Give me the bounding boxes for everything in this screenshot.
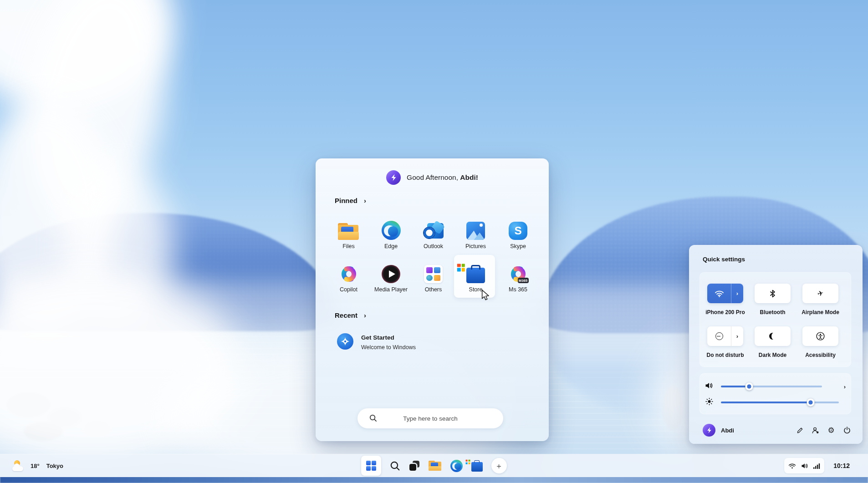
plus-icon: ＋ (495, 461, 503, 471)
start-menu: Good Afternoon, Abdi! Pinned Files Edge … (316, 158, 549, 441)
pinned-app-media-player[interactable]: Media Player (370, 262, 412, 305)
power-icon (843, 427, 851, 434)
app-label: Others (425, 286, 442, 293)
pinned-app-skype[interactable]: S Skype (497, 219, 539, 262)
get-started-icon (337, 333, 353, 350)
wallpaper-rock (48, 407, 82, 427)
windows-logo-icon (366, 461, 376, 471)
task-view-button[interactable] (409, 460, 420, 471)
tray-status-area[interactable] (784, 458, 824, 473)
accessibility-icon (816, 332, 825, 341)
wallpaper-rock (7, 392, 50, 417)
do-not-disturb-tile[interactable] (707, 326, 743, 346)
settings-button[interactable]: ⚙ (826, 425, 837, 436)
wallpaper-cloud (0, 0, 173, 109)
gear-icon: ⚙ (827, 427, 834, 434)
chevron-right-icon (364, 197, 366, 204)
wifi-icon (788, 463, 796, 469)
app-label: Media Player (374, 286, 408, 293)
wallpaper-cloud (6, 0, 185, 238)
app-label: Outlook (424, 243, 443, 249)
user-avatar[interactable] (386, 170, 401, 185)
recent-header[interactable]: Recent (335, 311, 366, 319)
volume-slider[interactable] (721, 386, 822, 387)
quick-settings-sliders (700, 373, 851, 414)
pictures-icon (466, 222, 485, 240)
do-not-disturb-expand[interactable] (731, 326, 743, 346)
folder-icon (338, 223, 359, 240)
app-label: Pictures (465, 243, 486, 249)
wifi-icon (715, 290, 724, 297)
file-explorer-button[interactable] (429, 461, 441, 471)
volume-icon (704, 382, 714, 391)
search-icon (369, 414, 377, 422)
wallpaper-cloud (0, 100, 118, 337)
wifi-expand[interactable] (731, 284, 743, 303)
edge-button[interactable] (450, 460, 463, 472)
chevron-right-icon (736, 290, 738, 297)
quick-settings-panel: Quick settings iPhone 200 Pro Bluetooth … (689, 245, 863, 444)
app-label: Files (342, 243, 354, 249)
pinned-app-pictures[interactable]: Pictures (454, 219, 497, 262)
pinned-app-copilot[interactable]: Copilot (327, 262, 370, 305)
taskbar-search-button[interactable] (390, 461, 400, 471)
recent-item-subtitle: Welcome to Windows (361, 344, 416, 351)
dark-mode-tile[interactable] (755, 326, 791, 346)
cellular-signal-icon (813, 463, 820, 469)
add-widget-button[interactable]: ＋ (491, 458, 507, 473)
app-label: Store (469, 286, 483, 293)
mouse-cursor (481, 290, 491, 301)
edge-icon (450, 460, 463, 472)
m365-icon: M365 (508, 265, 528, 283)
media-player-icon (382, 265, 400, 283)
wifi-tile[interactable] (707, 284, 743, 303)
recent-item-title: Get Started (361, 334, 394, 341)
user-settings-button[interactable] (810, 425, 821, 436)
quick-settings-title: Quick settings (703, 256, 745, 263)
pinned-app-outlook[interactable]: Outlook (412, 219, 454, 262)
app-label: Copilot (340, 286, 357, 293)
airplane-icon: ✈ (817, 289, 824, 298)
pinned-app-others[interactable]: Others (412, 262, 454, 305)
chevron-right-icon (736, 333, 738, 340)
app-label: Ms 365 (509, 286, 527, 293)
quick-settings-tiles: iPhone 200 Pro Bluetooth ✈ Airplane Mode… (700, 272, 851, 367)
start-button[interactable] (361, 456, 381, 476)
pinned-app-files[interactable]: Files (327, 219, 370, 262)
brightness-icon (704, 398, 714, 407)
outlook-icon (423, 222, 444, 240)
app-label: Skype (510, 243, 526, 249)
edge-icon (382, 221, 401, 240)
copilot-icon (339, 265, 359, 283)
volume-slider-row (700, 379, 851, 394)
airplane-mode-tile[interactable]: ✈ (802, 284, 838, 303)
brightness-slider[interactable] (721, 402, 839, 403)
pinned-header[interactable]: Pinned (335, 197, 366, 204)
wallpaper-rock (83, 420, 111, 436)
wallpaper-cloud (64, 164, 173, 328)
m365-badge: M365 (518, 278, 529, 283)
app-label: Edge (384, 243, 398, 249)
wallpaper-hill-left (0, 213, 337, 331)
bluetooth-tile[interactable] (755, 284, 791, 303)
edit-button[interactable] (795, 425, 806, 436)
power-button[interactable] (842, 425, 853, 436)
recent-item-get-started[interactable]: Get Started Welcome to Windows (337, 332, 528, 354)
pinned-app-ms365[interactable]: M365 Ms 365 (497, 262, 539, 305)
taskbar: 18° Tokyo ＋ (0, 454, 868, 477)
pinned-app-grid: Files Edge Outlook Pictures S Skype Copi… (327, 219, 539, 305)
wifi-tile-label: iPhone 200 Pro (702, 309, 749, 315)
do-not-disturb-icon (715, 332, 723, 340)
search-input[interactable] (357, 408, 503, 428)
greeting-text: Good Afternoon, Abdi! (407, 173, 478, 182)
accessibility-tile[interactable] (802, 326, 838, 346)
chevron-right-icon[interactable] (844, 383, 846, 390)
pinned-app-edge[interactable]: Edge (370, 219, 412, 262)
store-button[interactable] (471, 460, 483, 471)
quick-settings-user-row: Abdi ⚙ (689, 419, 863, 442)
bluetooth-icon (770, 290, 776, 298)
moon-icon (769, 333, 776, 340)
user-avatar[interactable] (703, 424, 715, 437)
clock[interactable]: 10:12 (833, 462, 850, 469)
volume-icon (801, 463, 808, 469)
